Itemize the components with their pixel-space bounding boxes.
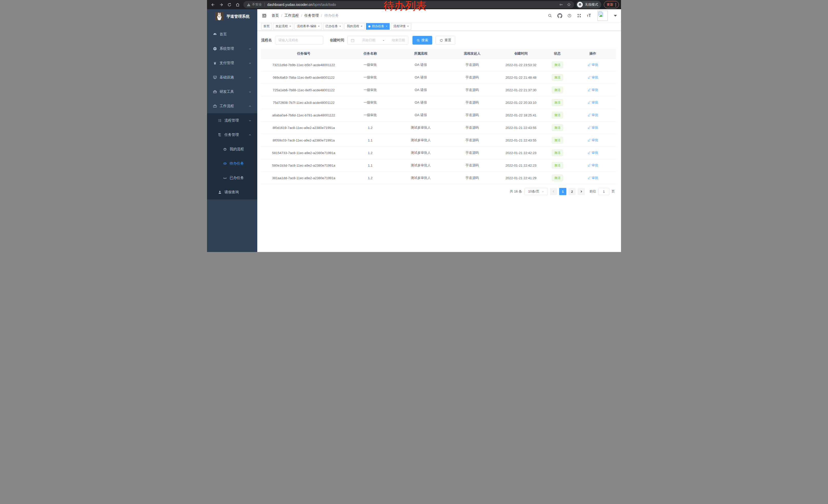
tab-已办任务[interactable]: 已办任务× (323, 23, 343, 30)
process-name: 测试多审批人 (394, 176, 447, 180)
sidebar-item-流程管理[interactable]: 流程管理 (207, 113, 257, 128)
date-range-picker[interactable]: 开始日期 - 结束日期 (347, 36, 408, 45)
approve-link[interactable]: 审批 (587, 125, 598, 130)
approve-link[interactable]: 审批 (587, 62, 598, 67)
prev-page-button[interactable] (550, 188, 557, 195)
status-badge: 激活 (552, 149, 563, 156)
task-id: 58154733-7ac8-11ec-a9e2-a2380e71991a (261, 151, 346, 155)
sidebar-item-请假查询[interactable]: 请假查询 (207, 185, 257, 199)
sidebar-item-任务管理[interactable]: 任务管理 (207, 128, 257, 142)
end-date-placeholder[interactable]: 结束日期 (392, 38, 405, 43)
reload-button[interactable] (225, 1, 233, 8)
forward-icon (219, 3, 223, 7)
sidebar-item-支付管理[interactable]: ¥支付管理 (207, 56, 257, 70)
key-icon[interactable] (559, 3, 563, 7)
page-button-2[interactable]: 2 (569, 188, 576, 195)
security-label[interactable]: 不安全 (252, 2, 262, 7)
page-size-select[interactable]: 10条/页 (525, 188, 548, 195)
approve-label: 审批 (592, 138, 598, 142)
star-icon[interactable] (567, 3, 571, 7)
approve-link[interactable]: 审批 (587, 163, 598, 168)
created-time: 2022-01-21 22:42:23 (497, 151, 545, 155)
forward-button[interactable] (217, 1, 225, 8)
avatar[interactable] (597, 10, 608, 21)
close-icon[interactable]: × (339, 25, 341, 28)
action-cell: 审批 (570, 75, 616, 80)
process-name: OA 请假 (394, 113, 447, 118)
edit-pen-icon (587, 63, 591, 66)
close-icon[interactable]: × (407, 25, 409, 28)
sidebar-item-label: 流程管理 (224, 118, 239, 123)
approve-link[interactable]: 审批 (587, 138, 598, 142)
task-id: 73211d9d-7b9b-11ec-b5b7-acde48001122 (261, 63, 346, 67)
approve-link[interactable]: 审批 (587, 113, 598, 118)
sidebar-item-我的流程[interactable]: 我的流程 (207, 142, 257, 156)
back-button[interactable] (209, 1, 217, 8)
search-button[interactable]: 搜索 (412, 36, 432, 45)
url-text[interactable]: dashboard.yudao.iocoder.cn/bpm/task/todo (267, 3, 559, 7)
reset-button[interactable]: 重置 (436, 36, 455, 45)
page-button-1[interactable]: 1 (559, 188, 566, 195)
sidebar-item-系统管理[interactable]: 系统管理 (207, 42, 257, 56)
table-header-row: 任务编号任务名称所属流程流程发起人创建时间状态操作 (261, 49, 616, 58)
question-icon[interactable] (567, 13, 572, 18)
search-icon[interactable] (547, 13, 553, 18)
breadcrumb-item[interactable]: 工作流程 (285, 13, 299, 18)
sidebar-item-label: 已办任务 (230, 176, 244, 180)
navbar: 首页/工作流程/任务管理/待办任务 TT (257, 9, 621, 22)
next-page-button[interactable] (578, 188, 585, 195)
sidebar-item-待办任务[interactable]: 待办任务 (207, 156, 257, 171)
home-button[interactable] (234, 1, 241, 8)
fullscreen-icon[interactable] (576, 13, 582, 18)
github-icon[interactable] (557, 13, 563, 18)
approve-link[interactable]: 审批 (587, 100, 598, 105)
tab-发起流程[interactable]: 发起流程× (273, 23, 293, 30)
close-icon[interactable]: × (386, 25, 387, 28)
sidebar-item-工作流程[interactable]: 工作流程 (207, 99, 257, 113)
table-row: 725a1eb6-7b88-11ec-8ef0-acde48001122一级审批… (261, 84, 616, 96)
font-size-icon[interactable]: TT (586, 13, 592, 18)
approve-link[interactable]: 审批 (587, 176, 598, 180)
approve-label: 审批 (592, 113, 598, 118)
breadcrumb-item[interactable]: 任务管理 (304, 13, 319, 18)
start-date-placeholder[interactable]: 开始日期 (362, 38, 376, 43)
task-name: 一级审批 (346, 113, 394, 118)
tab-待办任务[interactable]: 待办任务× (366, 23, 389, 30)
process-name-input[interactable]: 请输入流程名 (275, 36, 323, 45)
approve-link[interactable]: 审批 (587, 88, 598, 92)
sidebar-item-已办任务[interactable]: 已办任务 (207, 171, 257, 185)
table-row: 381aa1dd-7ac8-11ec-a9e2-a2380e71991a1.2测… (261, 172, 616, 184)
column-header-任务编号: 任务编号 (261, 51, 346, 56)
breadcrumb-item[interactable]: 首页 (272, 13, 279, 18)
sidebar-item-首页[interactable]: 首页 (207, 27, 257, 42)
browser-menu-icon[interactable] (615, 3, 616, 6)
close-icon[interactable]: × (318, 25, 319, 28)
approve-link[interactable]: 审批 (587, 75, 598, 80)
tab-我的流程[interactable]: 我的流程× (344, 23, 365, 30)
tab-流程详情[interactable]: 流程详情× (391, 23, 411, 30)
sidebar-item-研发工具[interactable]: 研发工具 (207, 85, 257, 99)
chevron-down-icon (248, 47, 252, 50)
sidebar-item-label: 基础设施 (219, 75, 234, 80)
hamburger-icon[interactable] (261, 13, 267, 18)
chevron-down-icon[interactable] (614, 15, 617, 17)
tab-流程表单-编辑[interactable]: 流程表单-编辑× (294, 23, 322, 30)
task-name: 1.1 (346, 164, 394, 168)
app-logo[interactable]: 芋道管理系统 (207, 9, 257, 24)
goto-page-input[interactable]: 1 (598, 188, 610, 195)
close-icon[interactable]: × (289, 25, 291, 28)
url-bar[interactable]: 不安全 dashboard.yudao.iocoder.cn/bpm/task/… (243, 1, 574, 8)
sidebar-item-基础设施[interactable]: 基础设施 (207, 70, 257, 85)
sidebar-item-label: 首页 (219, 32, 227, 37)
update-button[interactable]: 更新 (604, 1, 619, 8)
tab-首页[interactable]: 首页 (261, 23, 272, 30)
status-cell: 激活 (545, 137, 570, 144)
status-badge: 激活 (552, 175, 563, 181)
refresh-icon (440, 39, 443, 42)
status-cell: 激活 (545, 112, 570, 119)
approve-link[interactable]: 审批 (587, 150, 598, 155)
action-cell: 审批 (570, 113, 616, 118)
close-icon[interactable]: × (361, 25, 362, 28)
edit-pen-icon (587, 176, 591, 179)
task-id: 069c6a63-7b8a-11ec-8ef0-acde48001122 (261, 76, 346, 80)
